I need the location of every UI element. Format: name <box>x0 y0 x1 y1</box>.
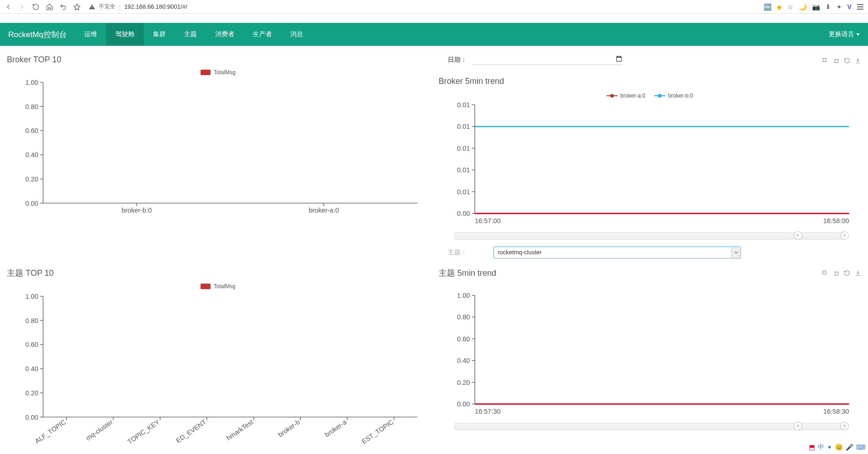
browser-toolbar: 不安全 | 192.168.66.180:9001/#/ 🔤 ◆ ☆ 🌙 📷 ⬇… <box>0 0 868 14</box>
tray-icon[interactable]: 中 <box>818 443 824 451</box>
reload-icon[interactable] <box>32 3 39 11</box>
nav-item-message[interactable]: 消息 <box>281 23 312 46</box>
legend-swatch <box>654 94 665 98</box>
svg-text:0.00: 0.00 <box>25 200 38 207</box>
nav-item-producer[interactable]: 生产者 <box>244 23 281 46</box>
timeline-slider[interactable]: ≡ ≡ <box>455 232 845 240</box>
camera-icon[interactable]: 📷 <box>812 3 820 11</box>
legend-item-broker-b[interactable]: broker-b:0 <box>654 93 693 99</box>
nav-item-consumer[interactable]: 消费者 <box>206 23 244 46</box>
nav-item-cluster[interactable]: 集群 <box>144 23 175 46</box>
topic-selector-row: 主题： rocketmq-cluster <box>439 246 861 258</box>
svg-rect-69 <box>835 272 838 275</box>
topic-label: 主题： <box>448 248 489 257</box>
date-input[interactable] <box>472 55 623 65</box>
timeline-slider[interactable]: ≡ ≡ <box>455 423 845 430</box>
svg-text:0.60: 0.60 <box>25 127 38 134</box>
svg-text:16:57:00: 16:57:00 <box>475 217 500 224</box>
legend-label: broker-a:0 <box>620 93 646 99</box>
refresh-icon[interactable] <box>844 270 850 276</box>
slider-handle-left[interactable]: ≡ <box>794 422 802 430</box>
download-icon[interactable] <box>855 57 861 64</box>
address-separator: | <box>119 3 120 10</box>
date-picker-row: 日期： <box>439 55 861 65</box>
ext-icon-1[interactable]: ◆ <box>777 3 782 11</box>
nav-items: 运维 驾驶舱 集群 主题 消费者 生产者 消息 <box>75 23 312 46</box>
zoom-area-icon[interactable] <box>822 57 828 64</box>
menu-icon[interactable] <box>857 4 863 10</box>
svg-text:0.01: 0.01 <box>457 188 470 196</box>
svg-text:0.01: 0.01 <box>457 145 470 152</box>
extension-icons: 🔤 ◆ ☆ 🌙 📷 ⬇ ✦ V <box>764 3 863 11</box>
svg-text:ED_EVENT: ED_EVENT <box>175 418 208 444</box>
tray-icon[interactable]: ⌨ <box>856 443 865 451</box>
svg-text:0.60: 0.60 <box>25 341 38 348</box>
system-tray: ⬒ 中 ✦ 😐 🎤 ⌨ <box>809 443 865 451</box>
slider-handle-right[interactable]: ≡ <box>841 231 849 240</box>
chart-title: Broker TOP 10 <box>7 55 429 65</box>
chart-title: 主题 5min trend <box>439 268 861 279</box>
undo-icon[interactable] <box>60 3 67 11</box>
nav-item-dashboard[interactable]: 驾驶舱 <box>106 23 144 46</box>
svg-text:ALF_TOPIC: ALF_TOPIC <box>33 418 67 445</box>
svg-text:0.60: 0.60 <box>457 335 470 343</box>
moon-icon[interactable]: 🌙 <box>799 3 807 11</box>
svg-text:0.40: 0.40 <box>25 365 38 372</box>
nav-item-topic[interactable]: 主题 <box>175 23 206 46</box>
download-icon[interactable]: ⬇ <box>825 3 831 11</box>
app-title: RocketMq控制台 <box>0 29 75 40</box>
legend-label: TotalMsg <box>213 283 235 290</box>
address-bar[interactable]: 不安全 | 192.168.66.180:9001/#/ <box>89 3 187 11</box>
warning-icon <box>89 4 95 10</box>
slider-handle-left[interactable]: ≡ <box>794 231 802 240</box>
zoom-reset-icon[interactable] <box>833 270 839 276</box>
legend-item-broker-a[interactable]: broker-a:0 <box>607 93 646 99</box>
chart-toolbar <box>822 270 861 276</box>
vue-ext-icon[interactable]: V <box>847 3 852 11</box>
panel-broker-trend: 日期： Broker 5min trend broker-a:0 broker-… <box>439 55 861 258</box>
tray-icon[interactable]: ⬒ <box>809 443 815 451</box>
tray-icon[interactable]: 😐 <box>835 443 843 451</box>
svg-text:0.80: 0.80 <box>25 317 38 324</box>
legend-swatch <box>201 284 211 289</box>
legend-item-totalmsg[interactable]: TotalMsg <box>201 283 235 290</box>
language-switcher[interactable]: 更换语言 <box>820 30 868 38</box>
svg-text:1.00: 1.00 <box>457 292 470 299</box>
download-icon[interactable] <box>855 270 861 276</box>
svg-text:TOPIC_KEY: TOPIC_KEY <box>126 418 161 446</box>
chart-toolbar <box>822 57 861 64</box>
svg-text:0.00: 0.00 <box>457 400 470 408</box>
svg-text:0.20: 0.20 <box>25 175 38 183</box>
tray-icon[interactable]: 🎤 <box>846 443 853 451</box>
insecure-label: 不安全 <box>99 3 115 11</box>
chart-title: 主题 TOP 10 <box>7 268 429 279</box>
puzzle-icon[interactable]: ✦ <box>836 3 842 11</box>
chart-legend: broker-a:0 broker-b:0 <box>439 91 861 99</box>
home-icon[interactable] <box>46 3 53 11</box>
translate-icon[interactable]: 🔤 <box>764 3 771 11</box>
bookmark-star-icon[interactable]: ☆ <box>787 3 793 11</box>
panel-topic-top10: 主题 TOP 10 TotalMsg 0.000.200.400.600.801… <box>7 268 429 450</box>
zoom-area-icon[interactable] <box>822 270 828 276</box>
language-label: 更换语言 <box>829 30 854 38</box>
chart-topic-top10: 0.000.200.400.600.801.00ALF_TOPICmq-clus… <box>7 293 429 450</box>
main-nav: RocketMq控制台 运维 驾驶舱 集群 主题 消费者 生产者 消息 更换语言 <box>0 23 868 46</box>
svg-rect-68 <box>823 271 826 274</box>
svg-text:16:58:30: 16:58:30 <box>823 408 849 415</box>
tray-icon[interactable]: ✦ <box>827 443 832 451</box>
forward-icon[interactable] <box>18 3 26 11</box>
caret-down-icon <box>856 33 860 36</box>
star-icon[interactable] <box>73 3 81 11</box>
date-label: 日期： <box>448 56 467 64</box>
svg-text:broker-a: broker-a <box>324 418 348 438</box>
calendar-icon[interactable] <box>615 55 623 62</box>
nav-item-ops[interactable]: 运维 <box>75 23 106 46</box>
back-icon[interactable] <box>5 3 12 11</box>
refresh-icon[interactable] <box>844 57 850 64</box>
select-arrow-icon <box>731 247 740 258</box>
topic-select[interactable]: rocketmq-cluster <box>494 246 741 258</box>
legend-item-totalmsg[interactable]: TotalMsg <box>201 69 235 76</box>
svg-text:mq-cluster: mq-cluster <box>84 418 114 442</box>
zoom-reset-icon[interactable] <box>833 57 839 64</box>
slider-handle-right[interactable]: ≡ <box>841 422 849 430</box>
